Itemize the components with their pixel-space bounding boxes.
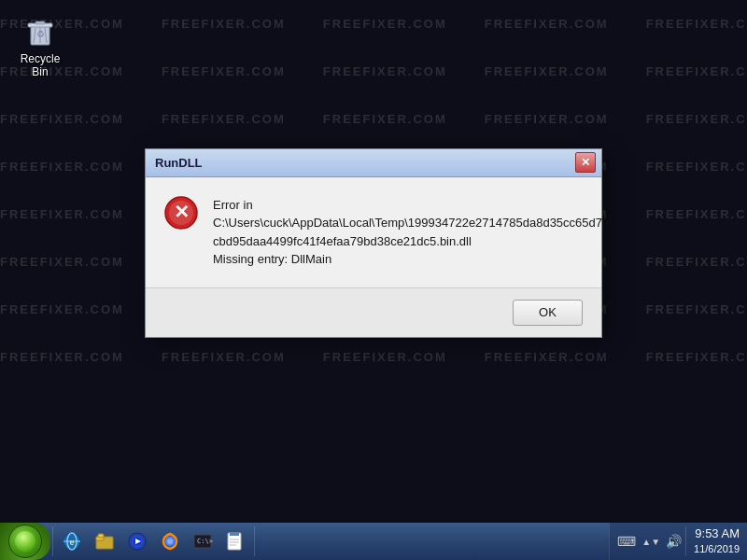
rundll-dialog: RunDLL ✕ ✕ Error in C:\Users\cuck\AppDat… [145,148,602,338]
error-line2: C:\Users\cuck\AppData\Local\Temp\1999347… [213,214,602,232]
dialog-title: RunDLL [155,156,203,170]
ok-button[interactable]: OK [513,300,583,326]
error-line4: Missing entry: DllMain [213,250,602,269]
svg-text:e: e [69,538,74,547]
start-orb [8,525,42,558]
cmd-taskbar-icon[interactable]: C:\>_ [188,526,218,556]
dialog-backdrop: RunDLL ✕ ✕ Error in C:\Users\cuck\AppDat… [0,0,747,523]
quick-launch-bar: e [52,526,255,556]
firefox-taskbar-icon[interactable] [155,526,185,556]
svg-text:C:\>_: C:\>_ [197,538,213,545]
svg-text:✕: ✕ [174,202,190,222]
clock-time: 9:53 AM [694,526,740,542]
media-player-taskbar-icon[interactable] [122,526,152,556]
error-icon: ✕ [164,196,198,230]
error-line1: Error in [213,196,602,215]
error-line3: cbd95daa4499fc41f4efaa79bd38ce21dc5.bin.… [213,232,602,251]
keyboard-tray-icon[interactable]: ⌨ [617,534,636,549]
clock-date: 11/6/2019 [694,542,740,555]
start-button[interactable] [0,523,50,560]
svg-point-22 [167,539,173,544]
svg-rect-26 [230,533,239,536]
close-button[interactable]: ✕ [575,152,596,173]
dialog-footer: OK [146,287,601,337]
start-orb-inner [15,531,35,552]
desktop: FREEFIXER.COM FREEFIXER.COM FREEFIXER.CO… [0,0,747,523]
svg-rect-16 [98,534,104,538]
arrows-tray-icon[interactable]: ▲▼ [641,537,660,547]
error-message: Error in C:\Users\cuck\AppData\Local\Tem… [213,196,602,269]
ie-taskbar-icon[interactable]: e [57,526,87,556]
taskbar: e [0,523,747,560]
tray-icons: ⌨ ▲▼ 🔊 [617,534,682,549]
volume-tray-icon[interactable]: 🔊 [666,534,682,549]
dialog-titlebar: RunDLL ✕ [146,149,601,177]
system-tray: ⌨ ▲▼ 🔊 9:53 AM 11/6/2019 [609,523,747,560]
system-clock[interactable]: 9:53 AM 11/6/2019 [685,526,740,555]
explorer-taskbar-icon[interactable] [90,526,120,556]
dialog-content: ✕ Error in C:\Users\cuck\AppData\Local\T… [146,177,601,278]
notepad-taskbar-icon[interactable] [220,526,250,556]
